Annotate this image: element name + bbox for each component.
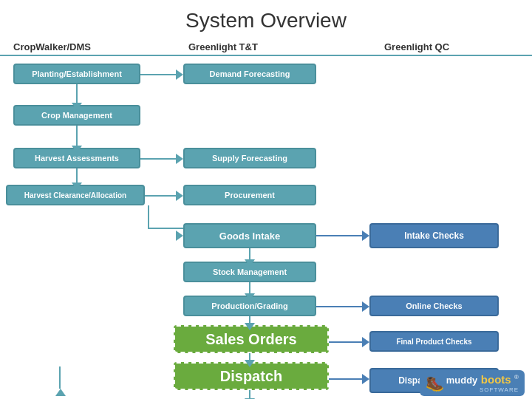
line-prod-online	[316, 306, 362, 307]
line-procure-goods-v	[148, 205, 149, 228]
arrow-stock-prod	[245, 293, 255, 301]
intake-checks-box: Intake Checks	[369, 223, 499, 248]
procurement-box: Procurement	[183, 185, 316, 205]
arrow-sales-dispatch	[245, 360, 255, 367]
arrow-final-product	[362, 337, 369, 347]
logo-boots-text: boots	[481, 373, 511, 386]
header-divider	[0, 55, 532, 56]
arrow-harvest-clear	[72, 183, 82, 190]
main-content: CropWalker/DMS Greenlight T&T Greenlight…	[0, 38, 532, 399]
page-title: System Overview	[0, 0, 532, 38]
feedback-arrow	[55, 389, 66, 396]
arrow-prod-sales	[245, 323, 255, 330]
arrow-supply-left	[176, 154, 183, 164]
final-product-box: Final Product Checks	[369, 331, 499, 352]
line-sales-final	[329, 341, 362, 343]
logo-area: 🥾 muddy boots ® SOFTWARE	[420, 370, 525, 396]
arrow-demand-left	[176, 69, 183, 80]
logo-software-text: SOFTWARE	[446, 386, 519, 393]
logo-icon: 🥾	[426, 375, 444, 392]
line-clear-procure	[145, 195, 176, 197]
arrow-crop-harvest	[72, 146, 82, 153]
online-checks-box: Online Checks	[369, 296, 499, 316]
col-header-2: Greenlight T&T	[188, 41, 258, 52]
logo-registered: ®	[514, 374, 519, 381]
arrow-plant-crop	[72, 103, 82, 110]
line-crop-harvest	[76, 126, 78, 148]
goods-intake-box: Goods Intake	[183, 223, 316, 248]
arrow-procure-left	[176, 191, 183, 201]
feedback-line	[59, 366, 61, 389]
logo-muddy-boots: 🥾 muddy boots ® SOFTWARE	[420, 370, 525, 396]
arrow-intake-checks	[362, 231, 369, 241]
arrow-goods	[176, 231, 183, 241]
line-planting-demand	[140, 74, 176, 75]
line-harvest-supply	[140, 158, 176, 160]
line-dispatch-dispatch-checks	[329, 378, 362, 380]
col-header-3: Greenlight QC	[384, 41, 449, 52]
supply-forecast-box: Supply Forecasting	[183, 148, 316, 168]
arrow-goods-stock	[245, 259, 255, 267]
demand-forecast-box: Demand Forecasting	[183, 64, 316, 84]
arrow-online-checks	[362, 301, 369, 312]
logo-muddy-text: muddy	[446, 375, 478, 386]
line-plant-crop	[76, 84, 78, 105]
arrow-dispatch-checks	[362, 374, 369, 384]
line-procure-goods-h	[148, 228, 183, 229]
line-goods-intake-checks	[316, 235, 362, 236]
planting-box: Planting/Establishment	[13, 64, 140, 84]
col-header-1: CropWalker/DMS	[13, 41, 91, 52]
